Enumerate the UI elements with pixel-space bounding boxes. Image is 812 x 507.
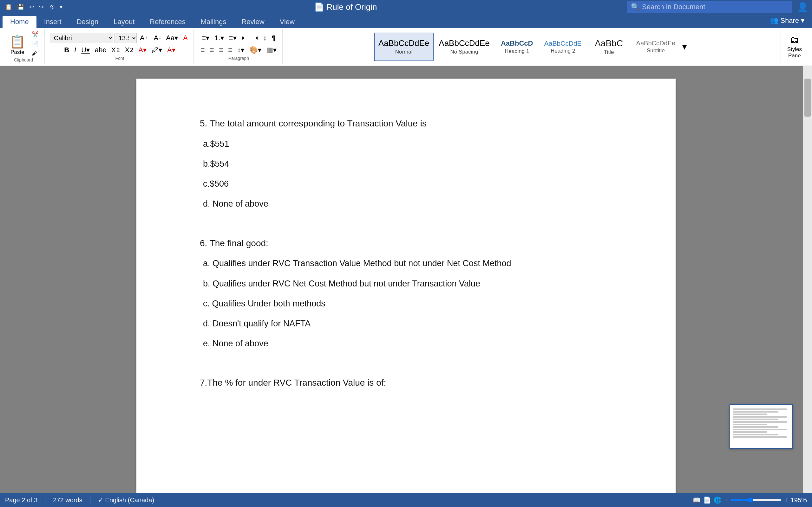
font-group-label: Font [115, 56, 124, 61]
share-icon: 👥 [770, 16, 778, 25]
clipboard-label: Clipboard [14, 57, 33, 62]
cut-icon: ✂️ [32, 31, 39, 38]
tab-review[interactable]: Review [234, 16, 272, 28]
zoom-in-button[interactable]: + [784, 496, 788, 504]
shading-button[interactable]: 🎨▾ [247, 45, 263, 55]
text-color-button[interactable]: A▾ [136, 45, 148, 55]
format-painter-button[interactable]: 🖌 [30, 49, 41, 58]
file-menu-button[interactable]: 📋 [4, 2, 13, 12]
styles-scroll-button[interactable]: ▾ [680, 39, 689, 55]
highlight-button[interactable]: 🖊▾ [150, 45, 164, 55]
align-right-button[interactable]: ≡ [217, 45, 225, 55]
question-5: 5. The total amount corresponding to Tra… [200, 117, 612, 211]
thumb-line [733, 408, 787, 410]
justify-button[interactable]: ≡ [226, 45, 234, 55]
clipboard-small-buttons: ✂️ 📄 🖌 [29, 32, 41, 57]
change-case-button[interactable]: Aa▾ [164, 33, 180, 43]
question-7-title: 7.The % for under RVC Transaction Value … [200, 376, 612, 390]
sort-button[interactable]: ↕ [261, 33, 269, 43]
undo-button[interactable]: ↩ [28, 2, 35, 12]
clipboard-group: 📋 Paste ✂️ 📄 🖌 Clipboard [3, 29, 45, 64]
redo-button[interactable]: ↪ [38, 2, 45, 12]
numbered-list-button[interactable]: 1.▾ [212, 33, 225, 43]
thumb-line [733, 411, 778, 412]
word-count: 272 words [53, 497, 82, 504]
show-formatting-button[interactable]: ¶ [270, 33, 277, 43]
save-button[interactable]: 💾 [16, 2, 26, 12]
copy-button[interactable]: 📄 [30, 40, 41, 49]
increase-indent-button[interactable]: ⇥ [251, 33, 260, 43]
font-color-button[interactable]: A▾ [165, 45, 177, 55]
thumb-line [733, 429, 787, 430]
document-area: 5. The total amount corresponding to Tra… [0, 66, 812, 493]
borders-button[interactable]: ▦▾ [264, 45, 278, 55]
user-icon[interactable]: 👤 [797, 2, 808, 12]
font-name-selector[interactable]: Calibri [50, 33, 113, 43]
line-spacing-button[interactable]: ↕▾ [235, 45, 246, 55]
style-no-spacing[interactable]: AaBbCcDdEe No Spacing [434, 33, 494, 61]
spacer2 [200, 363, 612, 376]
multilevel-list-button[interactable]: ≡▾ [227, 33, 239, 43]
no-spacing-style-label: No Spacing [450, 49, 478, 55]
heading2-style-preview: AaBbCcDdE [544, 40, 582, 47]
thumb-line [733, 434, 778, 435]
tab-home[interactable]: Home [3, 16, 37, 28]
thumb-line [733, 416, 787, 418]
align-left-button[interactable]: ≡ [199, 45, 207, 55]
thumb-line [733, 436, 787, 438]
style-subtitle[interactable]: AaBbCcDdEe Subtitle [632, 33, 680, 61]
question-6-choice-e: e. None of above [203, 337, 612, 350]
page-thumbnail [729, 404, 793, 449]
scrollbar-thumb[interactable] [804, 78, 811, 117]
superscript-button[interactable]: X2 [123, 45, 135, 55]
clear-formatting-button[interactable]: A [181, 33, 190, 43]
styles-pane-button[interactable]: 🗂 StylesPane [783, 31, 806, 63]
thumb-line [733, 431, 767, 433]
document-page: 5. The total amount corresponding to Tra… [136, 78, 676, 493]
underline-button[interactable]: U▾ [79, 45, 92, 55]
style-heading2[interactable]: AaBbCcDdE Heading 2 [540, 33, 586, 61]
tab-layout[interactable]: Layout [106, 16, 142, 28]
subscript-button[interactable]: X2 [109, 45, 122, 55]
read-mode-button[interactable]: 📖 [693, 496, 701, 504]
tab-view[interactable]: View [272, 16, 302, 28]
share-button[interactable]: 👥 Share ▾ [765, 14, 809, 26]
status-separator2 [90, 496, 90, 504]
tab-insert[interactable]: Insert [37, 16, 69, 28]
heading2-style-label: Heading 2 [551, 48, 575, 54]
page-info: Page 2 of 3 [5, 497, 38, 504]
customize-quick-access-button[interactable]: ▾ [58, 2, 64, 12]
styles-group: AaBbCcDdEe Normal AaBbCcDdEe No Spacing … [284, 29, 779, 64]
question-6-choice-d: d. Doesn't qualify for NAFTA [203, 317, 612, 331]
spacer [200, 224, 612, 236]
style-title[interactable]: AaBbC Title [587, 33, 631, 61]
search-input[interactable] [642, 3, 769, 11]
cut-button[interactable]: ✂️ [30, 30, 41, 39]
print-layout-button[interactable]: 📄 [703, 496, 711, 504]
search-box[interactable]: 🔍 [627, 1, 792, 13]
style-heading1[interactable]: AaBbCcD Heading 1 [495, 33, 539, 61]
tab-design[interactable]: Design [69, 16, 106, 28]
font-size-selector[interactable]: 13.5 [114, 33, 137, 43]
zoom-slider[interactable] [731, 498, 781, 503]
vertical-scrollbar[interactable] [803, 66, 812, 493]
styles-pane-icon: 🗂 [790, 35, 799, 45]
web-layout-button[interactable]: 🌐 [714, 496, 722, 504]
page-info-text: Page 2 of 3 [5, 497, 38, 504]
zoom-out-button[interactable]: − [724, 496, 728, 504]
decrease-indent-button[interactable]: ⇤ [240, 33, 249, 43]
bullet-list-button[interactable]: ≡▾ [200, 33, 212, 43]
paste-button[interactable]: 📋 Paste [6, 32, 29, 57]
tab-mailings[interactable]: Mailings [193, 16, 234, 28]
italic-button[interactable]: I [72, 45, 78, 55]
bold-button[interactable]: B [62, 45, 71, 55]
align-center-button[interactable]: ≡ [208, 45, 216, 55]
print-button[interactable]: 🖨 [48, 3, 56, 12]
document-icon: 📄 [314, 2, 324, 12]
strikethrough-button[interactable]: abc [93, 45, 108, 55]
increase-font-button[interactable]: A+ [138, 33, 150, 43]
tab-references[interactable]: References [142, 16, 193, 28]
decrease-font-button[interactable]: A- [152, 33, 163, 43]
style-normal[interactable]: AaBbCcDdEe Normal [374, 33, 434, 61]
question-6-choice-c: c. Qualifies Under both methods [203, 297, 612, 311]
